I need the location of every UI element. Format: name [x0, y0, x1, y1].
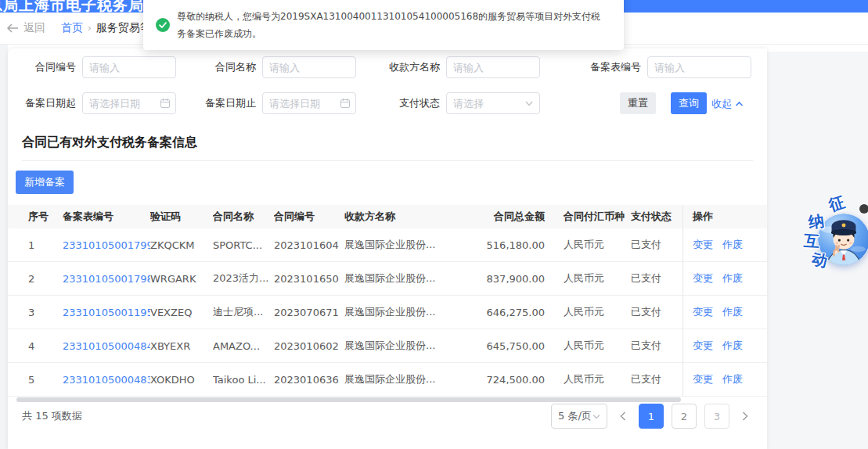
cell-status: 已支付	[631, 305, 683, 319]
void-link[interactable]: 作废	[722, 271, 743, 286]
table-row: 2 23310105001798 WRGARK 2023活力... 202310…	[8, 262, 767, 296]
page-size-value: 5 条/页	[558, 409, 592, 423]
change-link[interactable]: 变更	[693, 305, 713, 319]
widget-dot-button[interactable]	[859, 204, 868, 214]
cell-seq: 4	[22, 340, 63, 352]
cell-amount: 837,900.00	[476, 273, 556, 285]
next-page-button[interactable]	[737, 404, 753, 429]
payment-status-select[interactable]	[446, 92, 540, 114]
back-label[interactable]: 返回	[23, 21, 45, 35]
cell-amount: 724,500.00	[476, 374, 556, 386]
back-arrow-icon	[6, 23, 19, 33]
cell-cno: 2023101650	[274, 273, 344, 285]
void-link[interactable]: 作废	[722, 372, 743, 386]
interaction-float-widget[interactable]: 征 纳 互 动	[798, 192, 868, 278]
col-actions: 操作	[683, 205, 753, 228]
breadcrumb-home-link[interactable]: 首页	[61, 21, 83, 35]
back-button[interactable]: 返回	[6, 21, 45, 35]
cell-currency: 人民币元	[556, 238, 631, 252]
cell-cname: SPORTC...	[213, 239, 274, 251]
record-date-from-input[interactable]	[82, 92, 176, 114]
void-link[interactable]: 作废	[722, 305, 743, 319]
change-link[interactable]: 变更	[693, 339, 713, 353]
payee-name-input[interactable]	[446, 56, 540, 78]
page-button-2[interactable]: 2	[672, 404, 697, 429]
void-link[interactable]: 作废	[722, 339, 743, 353]
cell-status: 已支付	[631, 339, 683, 353]
cell-cno: 2023010636	[274, 374, 344, 386]
contract-no-input[interactable]	[82, 56, 176, 78]
field-record-date-from: 备案日期起	[13, 92, 176, 114]
cell-verify: ZKQCKM	[150, 239, 213, 251]
col-payee: 收款方名称	[344, 210, 476, 224]
field-label: 收款方名称	[377, 60, 440, 74]
page-button-1[interactable]: 1	[639, 404, 664, 429]
record-no-link[interactable]: 23310105001799	[63, 239, 150, 251]
cell-amount: 645,750.00	[476, 340, 556, 352]
col-currency: 合同付汇币种	[556, 210, 631, 224]
left-gutter	[0, 45, 8, 449]
cell-cname: 迪士尼项...	[213, 305, 274, 319]
col-amount: 合同总金额	[476, 210, 556, 224]
cell-cname: 2023活力...	[213, 271, 274, 286]
void-link[interactable]: 作废	[722, 238, 743, 252]
prev-page-button[interactable]	[615, 404, 631, 429]
cell-cno: 2023070671	[274, 307, 344, 318]
field-contract-name: 合同名称	[193, 56, 356, 78]
widget-char: 征	[826, 192, 847, 217]
record-no-link[interactable]: 23310105001798	[63, 273, 150, 285]
cell-status: 已支付	[631, 238, 683, 252]
cell-verify: WRGARK	[150, 273, 213, 285]
page-size-select[interactable]: 5 条/页	[551, 404, 607, 429]
section-divider	[22, 160, 753, 161]
cell-cno: 2023010602	[274, 340, 344, 352]
change-link[interactable]: 变更	[693, 372, 713, 386]
cell-verify: XBYEXR	[150, 340, 213, 352]
change-link[interactable]: 变更	[693, 271, 713, 286]
total-count: 共 15 项数据	[22, 409, 82, 423]
cell-payee: 展逸国际企业股份...	[344, 339, 476, 353]
cell-seq: 1	[22, 239, 63, 251]
cell-seq: 5	[22, 374, 63, 386]
page-button-3[interactable]: 3	[704, 404, 729, 429]
cell-cname: AMAZO...	[213, 340, 274, 352]
collapse-label[interactable]: 收起	[711, 97, 732, 111]
field-label: 支付状态	[377, 96, 440, 110]
field-label: 备案日期起	[13, 96, 76, 110]
col-seq: 序号	[22, 210, 63, 224]
success-toast: 尊敬的纳税人，您编号为2019SXA1310040011310105410000…	[143, 0, 624, 50]
toast-message: 尊敬的纳税人，您编号为2019SXA1310040011310105410000…	[177, 8, 610, 42]
col-verify: 验证码	[150, 210, 213, 224]
breadcrumb-separator: ›	[88, 23, 92, 34]
cell-payee: 展逸国际企业股份...	[344, 372, 476, 386]
table-row: 4 23310105000484 XBYEXR AMAZO... 2023010…	[8, 329, 767, 363]
reset-button[interactable]: 重置	[620, 92, 656, 114]
field-label: 合同编号	[13, 60, 76, 74]
cell-seq: 2	[22, 273, 63, 285]
field-label: 备案日期止	[193, 96, 256, 110]
change-link[interactable]: 变更	[693, 238, 713, 252]
chevron-left-icon	[620, 411, 626, 421]
col-cname: 合同名称	[213, 210, 274, 224]
check-circle-icon	[156, 18, 170, 32]
record-no-link[interactable]: 23310105000483	[63, 374, 150, 386]
record-date-to-input[interactable]	[262, 92, 356, 114]
field-label: 备案表编号	[578, 60, 641, 74]
cell-currency: 人民币元	[556, 271, 631, 286]
record-no-link[interactable]: 23310105000484	[63, 340, 150, 352]
add-record-button[interactable]: 新增备案	[16, 171, 74, 194]
contract-name-input[interactable]	[262, 56, 356, 78]
chevron-right-icon	[742, 411, 748, 421]
field-record-date-to: 备案日期止	[193, 92, 356, 114]
section-title: 合同已有对外支付税务备案信息	[22, 135, 197, 151]
record-no-link[interactable]: 23310105001195	[63, 307, 150, 318]
cell-status: 已支付	[631, 372, 683, 386]
cell-cname: Taikoo Li...	[213, 374, 274, 386]
cell-currency: 人民币元	[556, 372, 631, 386]
record-no-input[interactable]	[647, 56, 751, 78]
chevron-down-icon	[592, 414, 600, 419]
search-button[interactable]: 查询	[671, 92, 707, 114]
cell-currency: 人民币元	[556, 339, 631, 353]
field-record-no: 备案表编号	[578, 56, 751, 78]
collapse-toggle[interactable]: 收起	[711, 97, 744, 111]
